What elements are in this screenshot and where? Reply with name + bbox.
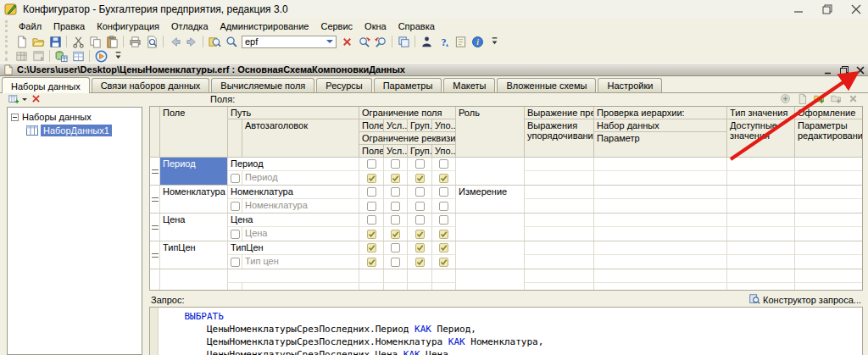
search-combobox[interactable]: epf (242, 36, 337, 48)
paste-button[interactable] (103, 35, 120, 48)
add-group-disabled-button[interactable] (830, 93, 844, 105)
empty-cell[interactable] (727, 214, 795, 227)
toolbar-overflow-button[interactable] (109, 49, 126, 63)
menu-item-7[interactable]: Окна (359, 19, 392, 33)
restriction-checkbox[interactable] (391, 258, 400, 267)
restriction-checkbox[interactable] (415, 258, 425, 267)
field-row-2[interactable]: НоменклатураНоменклатураНоменклатураИзме… (150, 186, 862, 214)
auto-header-cell[interactable]: Тип цен (242, 255, 359, 269)
attr-restriction-cell[interactable] (359, 171, 384, 185)
copy-button[interactable] (86, 35, 103, 48)
field-name-cell[interactable]: ТипЦен (160, 241, 228, 269)
back-arrow-button[interactable] (166, 35, 183, 48)
empty-cell[interactable] (594, 158, 727, 171)
restriction-checkbox[interactable] (415, 159, 425, 169)
restriction-checkbox[interactable] (367, 215, 376, 225)
empty-cell[interactable] (795, 199, 863, 213)
restriction-checkbox[interactable] (231, 202, 240, 211)
combo-dropdown-icon[interactable] (326, 40, 333, 47)
empty-cell[interactable] (795, 158, 863, 171)
toolbar-overflow-button[interactable] (486, 35, 503, 48)
empty-cell[interactable] (795, 227, 863, 241)
magnifier-button[interactable] (223, 35, 240, 48)
restriction-checkbox[interactable] (439, 215, 448, 225)
empty-cell[interactable] (594, 214, 727, 227)
empty-cell[interactable] (795, 241, 863, 255)
field-restriction-cell[interactable] (432, 214, 456, 227)
print-button[interactable] (126, 35, 143, 48)
field-restriction-cell[interactable] (408, 186, 432, 199)
collapse-icon[interactable] (11, 114, 19, 121)
restriction-checkbox[interactable] (415, 215, 425, 225)
query-text[interactable]: ВЫБРАТЬ ЦеныНоменклатурыСрезПоследних.Пе… (159, 308, 862, 355)
restriction-checkbox[interactable] (439, 258, 448, 267)
empty-cell[interactable] (795, 186, 863, 199)
restriction-checkbox[interactable] (231, 258, 240, 267)
restriction-checkbox[interactable] (367, 187, 376, 197)
field-restriction-cell[interactable] (432, 158, 456, 171)
add-field-disabled-button[interactable] (779, 93, 793, 105)
restriction-checkbox[interactable] (415, 187, 425, 197)
restriction-checkbox[interactable] (391, 187, 400, 197)
field-restriction-cell[interactable] (384, 186, 408, 199)
restriction-checkbox[interactable] (367, 230, 376, 239)
copy-window-button[interactable] (395, 35, 412, 48)
restriction-checkbox[interactable] (391, 215, 400, 225)
auto-header-checkbox-cell[interactable] (228, 199, 242, 213)
empty-cell[interactable] (594, 186, 727, 199)
empty-cell[interactable] (525, 158, 594, 171)
field-restriction-cell[interactable] (359, 186, 384, 199)
syntax-check-button[interactable] (418, 35, 435, 48)
field-restriction-cell[interactable] (432, 241, 456, 255)
restriction-checkbox[interactable] (367, 174, 376, 183)
field-restriction-cell[interactable] (359, 214, 384, 227)
query-builder-button[interactable]: Конструктор запроса... (748, 293, 861, 307)
tab-4[interactable]: Ресурсы (316, 78, 371, 92)
field-restriction-cell[interactable] (432, 186, 456, 199)
role-cell[interactable] (456, 241, 525, 269)
row-drag-handle[interactable] (150, 214, 160, 241)
print-preview-button[interactable] (143, 35, 160, 48)
restriction-checkbox[interactable] (391, 243, 400, 252)
info-button[interactable]: i (469, 35, 486, 48)
add-dataset-dropdown-icon[interactable] (22, 98, 27, 103)
empty-cell[interactable] (795, 171, 863, 185)
field-restriction-cell[interactable] (408, 158, 432, 171)
empty-cell[interactable] (525, 199, 594, 213)
field-row-1[interactable]: ПериодПериодПериод (150, 158, 862, 186)
attr-restriction-cell[interactable] (408, 171, 432, 185)
open-folder-button[interactable] (30, 35, 47, 48)
empty-cell[interactable] (795, 255, 863, 269)
tree-item-dataset1[interactable]: НаборДанных1 (8, 124, 142, 137)
restriction-checkbox[interactable] (415, 230, 425, 239)
attr-restriction-cell[interactable] (432, 227, 456, 241)
field-name-cell[interactable]: Период (160, 158, 228, 185)
menu-item-8[interactable]: Справка (392, 19, 441, 33)
attr-restriction-cell[interactable] (408, 227, 432, 241)
empty-cell[interactable] (594, 241, 727, 255)
find-previous-button[interactable] (372, 35, 389, 48)
copy-field-disabled-button[interactable] (796, 93, 810, 105)
clear-search-button[interactable] (338, 35, 355, 48)
empty-cell[interactable] (525, 241, 594, 255)
attr-restriction-cell[interactable] (359, 199, 384, 213)
attr-restriction-cell[interactable] (359, 227, 384, 241)
restriction-checkbox[interactable] (439, 230, 448, 239)
field-path-cell[interactable]: Период (228, 158, 359, 171)
empty-cell[interactable] (727, 186, 795, 199)
empty-cell[interactable] (525, 255, 594, 269)
field-name-cell[interactable]: Цена (160, 214, 228, 241)
menu-item-5[interactable]: Администрирование (214, 19, 315, 33)
restriction-checkbox[interactable] (231, 230, 240, 239)
tab-2[interactable]: Связи наборов данных (92, 78, 210, 92)
menu-item-2[interactable]: Правка (47, 19, 91, 33)
restriction-checkbox[interactable] (367, 202, 376, 211)
field-restriction-cell[interactable] (359, 241, 384, 255)
search-input[interactable]: epf (245, 36, 326, 47)
field-path-cell[interactable]: Цена (228, 214, 359, 227)
document-minimize-button[interactable] (824, 66, 832, 75)
attr-restriction-cell[interactable] (408, 255, 432, 269)
tab-3[interactable]: Вычисляемые поля (211, 78, 314, 92)
auto-header-cell[interactable]: Цена (242, 227, 359, 241)
table-disabled-button[interactable] (13, 49, 30, 63)
